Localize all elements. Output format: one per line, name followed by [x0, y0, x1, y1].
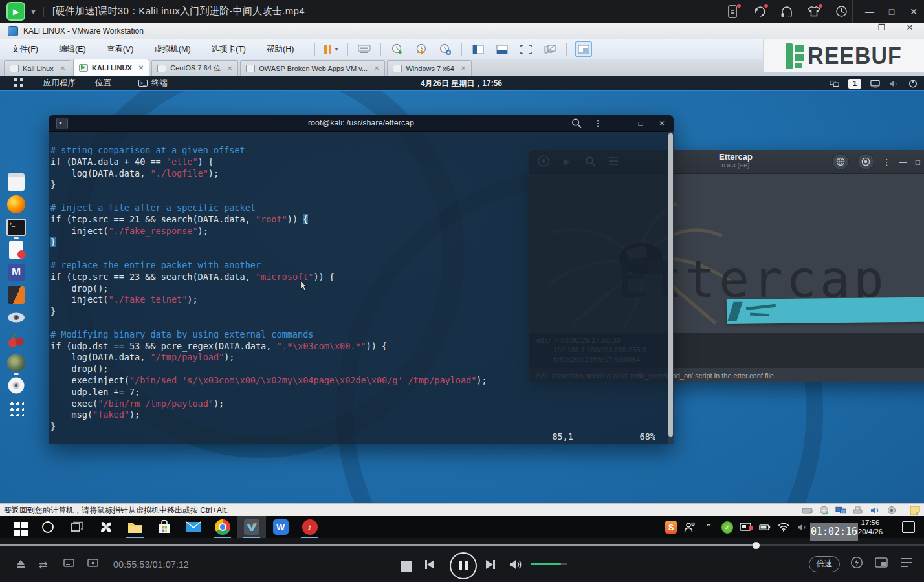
printer-icon[interactable]: [852, 506, 863, 515]
taskbar-chrome[interactable]: [208, 516, 237, 538]
sogou-icon[interactable]: S: [665, 521, 677, 533]
history-icon[interactable]: [835, 5, 848, 18]
applications-menu[interactable]: 应用程序: [43, 78, 76, 89]
terminal-titlebar[interactable]: ▸_ root@kali: /usr/share/ettercap ⋮—□✕: [49, 115, 674, 132]
volume-icon[interactable]: [797, 521, 808, 533]
action-center-icon[interactable]: [902, 521, 915, 533]
tab-close-icon[interactable]: ✕: [227, 65, 232, 72]
snapshot-manager-icon[interactable]: [437, 42, 453, 56]
scrollbar-thumb[interactable]: [668, 133, 673, 436]
cdrom-icon[interactable]: [819, 506, 830, 515]
places-menu[interactable]: 位置: [95, 78, 111, 89]
dock-item-files[interactable]: [5, 172, 27, 195]
terminal-maximize-button[interactable]: □: [635, 119, 646, 128]
boost-icon[interactable]: [850, 556, 863, 569]
eject-icon[interactable]: [16, 559, 26, 569]
menu-选项卡[interactable]: 选项卡(T): [209, 42, 248, 57]
hdd-icon[interactable]: [802, 506, 813, 515]
seek-bar[interactable]: [0, 544, 924, 546]
menu-虚拟机[interactable]: 虚拟机(M): [151, 42, 193, 57]
menu-查看[interactable]: 查看(V): [104, 42, 137, 57]
dock-item-metasploit[interactable]: M: [5, 263, 27, 285]
volume-icon[interactable]: [509, 559, 523, 570]
chevron-up-icon[interactable]: ⌃: [703, 521, 714, 533]
chevron-down-icon[interactable]: ▼: [30, 8, 37, 16]
dock-item-disc[interactable]: [5, 376, 27, 398]
screen-alert-icon[interactable]: [740, 521, 752, 533]
unity-mode-icon[interactable]: [542, 42, 558, 56]
maximize-button[interactable]: □: [886, 6, 897, 17]
vm-tab-kali-linux[interactable]: KALI LINUX✕: [73, 59, 149, 76]
vm-tab-centos-7-64-[interactable]: CentOS 7 64 位✕: [151, 60, 238, 76]
taskbar-vmware[interactable]: [237, 516, 266, 538]
power-icon[interactable]: [908, 79, 918, 88]
taskbar-pinwheel[interactable]: [91, 516, 120, 538]
show-library-icon[interactable]: [470, 42, 486, 56]
taskbar-wps[interactable]: W: [266, 516, 295, 538]
ettercap-minimize-button[interactable]: —: [899, 156, 907, 167]
vm-tab-owasp-broken-web-apps-vm-v-[interactable]: OWASP Broken Web Apps VM v...✕: [240, 60, 385, 76]
dock-item-cherrytree[interactable]: [5, 330, 27, 353]
snapshot-revert-icon[interactable]: [413, 42, 429, 56]
wifi-icon[interactable]: [778, 521, 789, 533]
vnet-icon[interactable]: [835, 506, 846, 515]
vmware-close-button[interactable]: ✕: [905, 23, 915, 38]
previous-button[interactable]: [425, 560, 434, 569]
people-icon[interactable]: [684, 521, 696, 533]
ettercap-target-button[interactable]: [857, 153, 874, 170]
taskbar-mail[interactable]: [179, 516, 208, 538]
dock-item-firefox[interactable]: [5, 195, 27, 217]
skin-icon[interactable]: [808, 5, 820, 18]
tab-close-icon[interactable]: ✕: [60, 65, 65, 72]
terminal-close-button[interactable]: ✕: [657, 119, 667, 128]
vmware-minimize-button[interactable]: —: [848, 23, 858, 38]
volume-slider[interactable]: [531, 563, 567, 565]
network-icon[interactable]: [830, 79, 839, 88]
ettercap-menu-button[interactable]: ⋮: [883, 156, 891, 167]
tab-close-icon[interactable]: ✕: [461, 65, 466, 72]
snapshot-take-icon[interactable]: [390, 42, 405, 56]
terminal-scrollbar[interactable]: [668, 131, 674, 444]
pause-icon[interactable]: ▼: [324, 42, 339, 56]
sound-icon[interactable]: [869, 506, 880, 515]
console-view-icon[interactable]: [575, 41, 592, 57]
play-order-icon[interactable]: ⇄: [39, 559, 47, 571]
device-cast-icon[interactable]: [726, 5, 739, 18]
message-log-icon[interactable]: [909, 506, 920, 515]
volume-icon[interactable]: [889, 79, 899, 88]
pause-button[interactable]: [450, 552, 477, 579]
show-thumbnail-bar-icon[interactable]: [494, 42, 510, 56]
taskbar-start[interactable]: [4, 516, 33, 538]
close-button[interactable]: ✕: [908, 6, 919, 17]
battery-icon[interactable]: [759, 521, 771, 533]
tab-close-icon[interactable]: ✕: [138, 64, 144, 71]
taskbar-cortana[interactable]: [33, 516, 62, 538]
terminal-window[interactable]: ▸_ root@kali: /usr/share/ettercap ⋮—□✕ #…: [49, 115, 674, 444]
taskbar-explorer[interactable]: [120, 516, 149, 538]
webcam-icon[interactable]: [886, 506, 897, 515]
ettercap-maximize-button[interactable]: □: [916, 156, 920, 167]
taskbar-netease-music[interactable]: ♪: [295, 516, 324, 538]
miniplayer-icon[interactable]: [875, 557, 888, 568]
vm-tab-windows-7-x64[interactable]: Windows 7 x64✕: [387, 60, 472, 76]
dock-item-ettercap[interactable]: [5, 353, 27, 376]
tab-close-icon[interactable]: ✕: [374, 65, 379, 72]
safe360-icon[interactable]: ✓: [721, 521, 733, 533]
player-logo-icon[interactable]: ▶: [6, 2, 25, 21]
subtitle-panel-icon[interactable]: [63, 559, 74, 567]
terminal-minimize-button[interactable]: —: [614, 119, 624, 128]
display-icon[interactable]: [870, 79, 880, 88]
ettercap-globe-button[interactable]: [832, 153, 849, 170]
vm-tab-kali-linux[interactable]: Kali Linux✕: [4, 60, 71, 76]
panel-clock[interactable]: 4月26日 星期日，17:56: [421, 76, 502, 91]
dock-item-burpsuite[interactable]: [5, 285, 27, 308]
taskbar-store[interactable]: [149, 516, 179, 538]
menu-编辑[interactable]: 编辑(E): [56, 42, 89, 57]
menu-文件[interactable]: 文件(F): [9, 42, 41, 57]
terminal-menu-button[interactable]: ⋮: [593, 118, 603, 128]
headset-icon[interactable]: [780, 5, 793, 18]
seek-knob[interactable]: [753, 542, 760, 549]
playlist-icon[interactable]: [901, 557, 912, 568]
stop-button[interactable]: [401, 561, 412, 572]
terminal-search-button[interactable]: [571, 118, 582, 129]
